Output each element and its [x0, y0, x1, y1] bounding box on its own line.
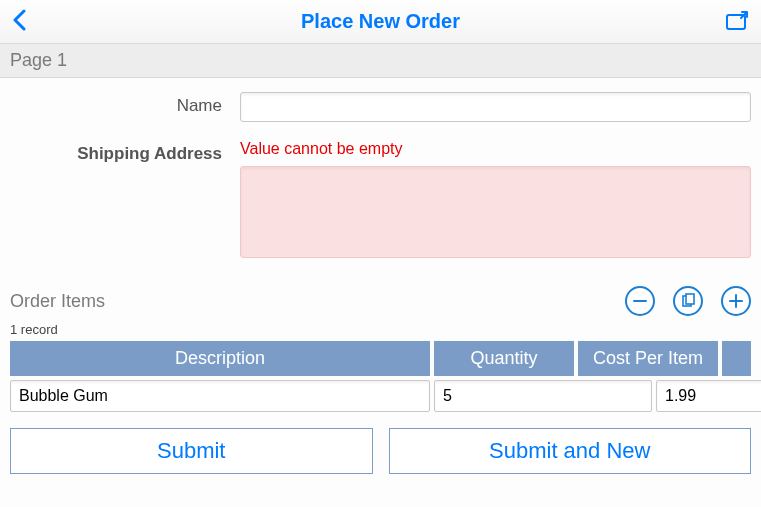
copy-icon — [680, 293, 696, 309]
row-description-input[interactable] — [10, 380, 430, 412]
add-item-button[interactable] — [721, 286, 751, 316]
items-header: Order Items — [0, 286, 761, 322]
name-input[interactable] — [240, 92, 751, 122]
record-count: 1 record — [0, 322, 761, 341]
svg-rect-3 — [686, 294, 694, 304]
minus-icon — [632, 293, 648, 309]
col-spacer — [722, 341, 751, 376]
section-header: Page 1 — [0, 44, 761, 78]
items-title: Order Items — [10, 291, 105, 312]
shipping-input[interactable] — [240, 166, 751, 258]
col-description: Description — [10, 341, 430, 376]
page-title: Place New Order — [0, 10, 761, 33]
name-label: Name — [10, 92, 240, 122]
share-icon[interactable] — [725, 9, 749, 35]
form-row-name: Name — [10, 92, 751, 122]
shipping-label: Shipping Address — [10, 140, 240, 262]
grid-header: Description Quantity Cost Per Item — [10, 341, 751, 376]
button-row: Submit Submit and New — [0, 412, 761, 484]
duplicate-item-button[interactable] — [673, 286, 703, 316]
shipping-field-wrap: Value cannot be empty — [240, 140, 751, 262]
col-quantity: Quantity — [434, 341, 574, 376]
remove-item-button[interactable] — [625, 286, 655, 316]
shipping-error: Value cannot be empty — [240, 140, 751, 158]
submit-button[interactable]: Submit — [10, 428, 373, 474]
row-quantity-input[interactable] — [434, 380, 652, 412]
top-bar: Place New Order — [0, 0, 761, 44]
submit-and-new-button[interactable]: Submit and New — [389, 428, 752, 474]
table-row: › — [10, 380, 751, 412]
plus-icon — [728, 293, 744, 309]
form-area: Name Shipping Address Value cannot be em… — [0, 78, 761, 286]
row-cost-input[interactable] — [656, 380, 761, 412]
col-cost: Cost Per Item — [578, 341, 718, 376]
items-actions — [625, 286, 751, 316]
name-field-wrap — [240, 92, 751, 122]
back-icon[interactable] — [12, 8, 26, 36]
form-row-shipping: Shipping Address Value cannot be empty — [10, 140, 751, 262]
items-grid: Description Quantity Cost Per Item › — [10, 341, 751, 412]
